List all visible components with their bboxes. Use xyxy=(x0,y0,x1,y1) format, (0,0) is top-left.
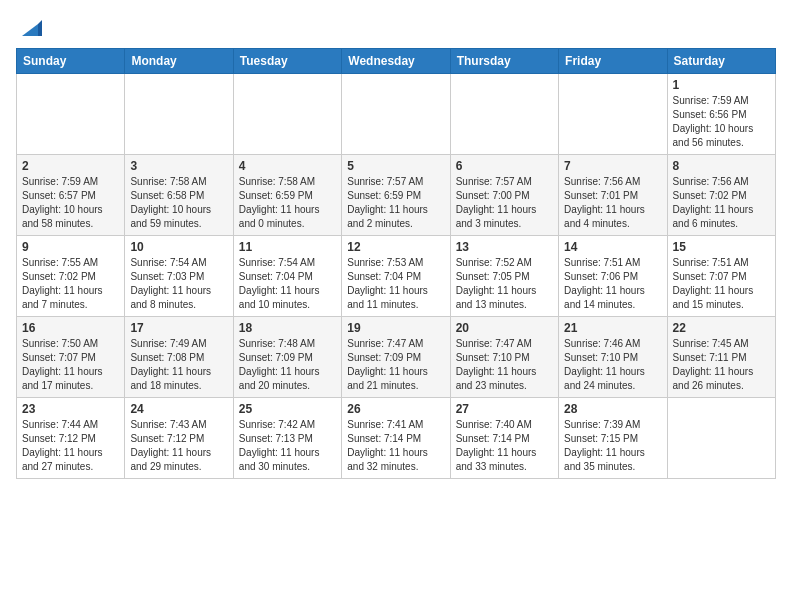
day-info: Sunrise: 7:47 AM Sunset: 7:09 PM Dayligh… xyxy=(347,337,444,393)
calendar-cell: 1Sunrise: 7:59 AM Sunset: 6:56 PM Daylig… xyxy=(667,74,775,155)
page-header xyxy=(16,16,776,40)
calendar-cell: 21Sunrise: 7:46 AM Sunset: 7:10 PM Dayli… xyxy=(559,317,667,398)
calendar-cell: 20Sunrise: 7:47 AM Sunset: 7:10 PM Dayli… xyxy=(450,317,558,398)
day-number: 7 xyxy=(564,159,661,173)
day-number: 22 xyxy=(673,321,770,335)
calendar-cell: 3Sunrise: 7:58 AM Sunset: 6:58 PM Daylig… xyxy=(125,155,233,236)
calendar-header-row: SundayMondayTuesdayWednesdayThursdayFrid… xyxy=(17,49,776,74)
day-number: 12 xyxy=(347,240,444,254)
day-info: Sunrise: 7:58 AM Sunset: 6:59 PM Dayligh… xyxy=(239,175,336,231)
day-number: 16 xyxy=(22,321,119,335)
day-info: Sunrise: 7:58 AM Sunset: 6:58 PM Dayligh… xyxy=(130,175,227,231)
day-info: Sunrise: 7:57 AM Sunset: 6:59 PM Dayligh… xyxy=(347,175,444,231)
day-number: 25 xyxy=(239,402,336,416)
day-info: Sunrise: 7:59 AM Sunset: 6:57 PM Dayligh… xyxy=(22,175,119,231)
day-info: Sunrise: 7:44 AM Sunset: 7:12 PM Dayligh… xyxy=(22,418,119,474)
day-number: 8 xyxy=(673,159,770,173)
day-number: 11 xyxy=(239,240,336,254)
day-info: Sunrise: 7:50 AM Sunset: 7:07 PM Dayligh… xyxy=(22,337,119,393)
day-info: Sunrise: 7:47 AM Sunset: 7:10 PM Dayligh… xyxy=(456,337,553,393)
day-info: Sunrise: 7:45 AM Sunset: 7:11 PM Dayligh… xyxy=(673,337,770,393)
day-of-week-header: Wednesday xyxy=(342,49,450,74)
calendar-cell: 27Sunrise: 7:40 AM Sunset: 7:14 PM Dayli… xyxy=(450,398,558,479)
day-number: 27 xyxy=(456,402,553,416)
calendar-cell: 15Sunrise: 7:51 AM Sunset: 7:07 PM Dayli… xyxy=(667,236,775,317)
day-number: 10 xyxy=(130,240,227,254)
day-info: Sunrise: 7:49 AM Sunset: 7:08 PM Dayligh… xyxy=(130,337,227,393)
calendar-cell xyxy=(342,74,450,155)
calendar-week-row: 23Sunrise: 7:44 AM Sunset: 7:12 PM Dayli… xyxy=(17,398,776,479)
day-number: 24 xyxy=(130,402,227,416)
calendar-cell xyxy=(125,74,233,155)
day-info: Sunrise: 7:39 AM Sunset: 7:15 PM Dayligh… xyxy=(564,418,661,474)
calendar-cell xyxy=(559,74,667,155)
calendar-cell: 18Sunrise: 7:48 AM Sunset: 7:09 PM Dayli… xyxy=(233,317,341,398)
calendar-cell xyxy=(17,74,125,155)
day-of-week-header: Monday xyxy=(125,49,233,74)
day-number: 20 xyxy=(456,321,553,335)
day-info: Sunrise: 7:56 AM Sunset: 7:01 PM Dayligh… xyxy=(564,175,661,231)
day-of-week-header: Thursday xyxy=(450,49,558,74)
svg-marker-0 xyxy=(22,24,38,36)
day-info: Sunrise: 7:54 AM Sunset: 7:04 PM Dayligh… xyxy=(239,256,336,312)
calendar-cell: 5Sunrise: 7:57 AM Sunset: 6:59 PM Daylig… xyxy=(342,155,450,236)
day-info: Sunrise: 7:56 AM Sunset: 7:02 PM Dayligh… xyxy=(673,175,770,231)
calendar-cell xyxy=(450,74,558,155)
day-of-week-header: Saturday xyxy=(667,49,775,74)
calendar-cell: 4Sunrise: 7:58 AM Sunset: 6:59 PM Daylig… xyxy=(233,155,341,236)
calendar-cell: 16Sunrise: 7:50 AM Sunset: 7:07 PM Dayli… xyxy=(17,317,125,398)
calendar-cell: 2Sunrise: 7:59 AM Sunset: 6:57 PM Daylig… xyxy=(17,155,125,236)
calendar-cell: 19Sunrise: 7:47 AM Sunset: 7:09 PM Dayli… xyxy=(342,317,450,398)
calendar-cell: 8Sunrise: 7:56 AM Sunset: 7:02 PM Daylig… xyxy=(667,155,775,236)
day-of-week-header: Sunday xyxy=(17,49,125,74)
day-number: 5 xyxy=(347,159,444,173)
calendar-cell: 9Sunrise: 7:55 AM Sunset: 7:02 PM Daylig… xyxy=(17,236,125,317)
calendar-cell: 12Sunrise: 7:53 AM Sunset: 7:04 PM Dayli… xyxy=(342,236,450,317)
day-number: 4 xyxy=(239,159,336,173)
calendar-week-row: 2Sunrise: 7:59 AM Sunset: 6:57 PM Daylig… xyxy=(17,155,776,236)
calendar-cell: 7Sunrise: 7:56 AM Sunset: 7:01 PM Daylig… xyxy=(559,155,667,236)
day-number: 9 xyxy=(22,240,119,254)
calendar-week-row: 9Sunrise: 7:55 AM Sunset: 7:02 PM Daylig… xyxy=(17,236,776,317)
svg-marker-1 xyxy=(38,20,42,36)
day-number: 18 xyxy=(239,321,336,335)
day-info: Sunrise: 7:51 AM Sunset: 7:07 PM Dayligh… xyxy=(673,256,770,312)
day-number: 26 xyxy=(347,402,444,416)
day-info: Sunrise: 7:54 AM Sunset: 7:03 PM Dayligh… xyxy=(130,256,227,312)
day-number: 15 xyxy=(673,240,770,254)
calendar-cell: 26Sunrise: 7:41 AM Sunset: 7:14 PM Dayli… xyxy=(342,398,450,479)
day-info: Sunrise: 7:57 AM Sunset: 7:00 PM Dayligh… xyxy=(456,175,553,231)
day-of-week-header: Friday xyxy=(559,49,667,74)
logo xyxy=(16,16,42,40)
day-info: Sunrise: 7:59 AM Sunset: 6:56 PM Dayligh… xyxy=(673,94,770,150)
day-info: Sunrise: 7:42 AM Sunset: 7:13 PM Dayligh… xyxy=(239,418,336,474)
day-info: Sunrise: 7:48 AM Sunset: 7:09 PM Dayligh… xyxy=(239,337,336,393)
calendar-cell: 11Sunrise: 7:54 AM Sunset: 7:04 PM Dayli… xyxy=(233,236,341,317)
calendar-cell: 23Sunrise: 7:44 AM Sunset: 7:12 PM Dayli… xyxy=(17,398,125,479)
day-number: 2 xyxy=(22,159,119,173)
day-number: 21 xyxy=(564,321,661,335)
calendar-cell: 17Sunrise: 7:49 AM Sunset: 7:08 PM Dayli… xyxy=(125,317,233,398)
calendar-week-row: 1Sunrise: 7:59 AM Sunset: 6:56 PM Daylig… xyxy=(17,74,776,155)
day-number: 23 xyxy=(22,402,119,416)
calendar-cell xyxy=(233,74,341,155)
calendar-cell xyxy=(667,398,775,479)
calendar-table: SundayMondayTuesdayWednesdayThursdayFrid… xyxy=(16,48,776,479)
calendar-cell: 13Sunrise: 7:52 AM Sunset: 7:05 PM Dayli… xyxy=(450,236,558,317)
day-number: 14 xyxy=(564,240,661,254)
day-number: 17 xyxy=(130,321,227,335)
day-of-week-header: Tuesday xyxy=(233,49,341,74)
day-number: 3 xyxy=(130,159,227,173)
calendar-cell: 28Sunrise: 7:39 AM Sunset: 7:15 PM Dayli… xyxy=(559,398,667,479)
day-number: 28 xyxy=(564,402,661,416)
day-info: Sunrise: 7:40 AM Sunset: 7:14 PM Dayligh… xyxy=(456,418,553,474)
calendar-cell: 6Sunrise: 7:57 AM Sunset: 7:00 PM Daylig… xyxy=(450,155,558,236)
day-info: Sunrise: 7:43 AM Sunset: 7:12 PM Dayligh… xyxy=(130,418,227,474)
day-info: Sunrise: 7:52 AM Sunset: 7:05 PM Dayligh… xyxy=(456,256,553,312)
calendar-cell: 24Sunrise: 7:43 AM Sunset: 7:12 PM Dayli… xyxy=(125,398,233,479)
calendar-week-row: 16Sunrise: 7:50 AM Sunset: 7:07 PM Dayli… xyxy=(17,317,776,398)
day-number: 6 xyxy=(456,159,553,173)
day-info: Sunrise: 7:41 AM Sunset: 7:14 PM Dayligh… xyxy=(347,418,444,474)
day-info: Sunrise: 7:53 AM Sunset: 7:04 PM Dayligh… xyxy=(347,256,444,312)
day-number: 13 xyxy=(456,240,553,254)
